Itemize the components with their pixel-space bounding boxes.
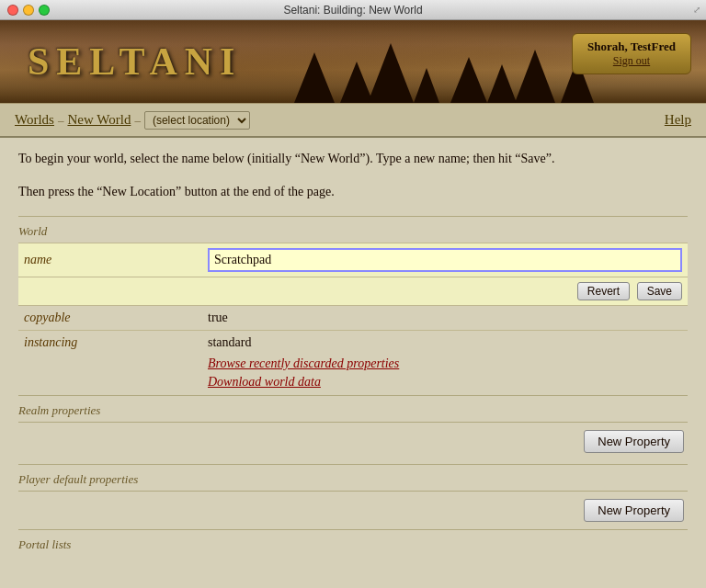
link-cell-empty	[18, 355, 202, 373]
help-link[interactable]: Help	[665, 112, 691, 128]
portal-section-header: Portal lists	[18, 529, 688, 556]
sign-out-link[interactable]: Sign out	[586, 54, 678, 68]
revert-button[interactable]: Revert	[577, 282, 630, 300]
name-input[interactable]	[208, 248, 682, 272]
browse-discarded-link[interactable]: Browse recently discarded properties	[208, 356, 399, 370]
world-section-header: World	[18, 217, 688, 243]
prop-label-name: name	[18, 243, 202, 277]
realm-section: Realm properties New Property	[18, 395, 688, 460]
prop-value-instancing: standard	[202, 330, 688, 355]
save-button[interactable]: Save	[637, 282, 682, 300]
prop-label-instancing: instancing	[18, 330, 202, 355]
realm-new-property-row: New Property	[18, 422, 688, 460]
breadcrumb: Worlds – New World – (select location)	[15, 111, 250, 130]
realm-new-property-button[interactable]: New Property	[584, 430, 684, 453]
table-row: copyable true	[18, 305, 688, 330]
prop-input-cell	[202, 243, 688, 277]
table-row: instancing standard	[18, 330, 688, 355]
close-button[interactable]	[7, 5, 18, 16]
player-new-property-row: New Property	[18, 491, 688, 529]
breadcrumb-sep1: –	[58, 113, 64, 128]
titlebar: Seltani: Building: New World ⤢	[0, 0, 706, 20]
link-cell2: Download world data	[202, 373, 688, 391]
world-properties-table: name Revert Save copyable true instancin…	[18, 243, 688, 391]
navbar: Worlds – New World – (select location) H…	[0, 103, 706, 138]
prop-value-copyable: true	[202, 305, 688, 330]
main-content: To begin your world, select the name bel…	[0, 138, 706, 588]
table-row: name	[18, 243, 688, 277]
window-title: Seltani: Building: New World	[283, 4, 422, 17]
link-cell: Browse recently discarded properties	[202, 355, 688, 373]
table-row: Revert Save	[18, 277, 688, 305]
intro-line2: Then press the “New Location” button at …	[18, 182, 688, 202]
breadcrumb-sep2: –	[134, 113, 141, 128]
player-new-property-button[interactable]: New Property	[584, 499, 684, 522]
breadcrumb-worlds-link[interactable]: Worlds	[15, 112, 54, 128]
player-section: Player default properties New Property	[18, 464, 688, 529]
user-name: Shorah, TestFred	[586, 40, 678, 54]
link-cell-empty2	[18, 373, 202, 391]
portal-section: Portal lists	[18, 529, 688, 556]
maximize-button[interactable]	[39, 5, 50, 16]
breadcrumb-location-dropdown[interactable]: (select location)	[144, 111, 250, 130]
table-row: Download world data	[18, 373, 688, 391]
download-world-link[interactable]: Download world data	[208, 375, 321, 389]
resize-icon[interactable]: ⤢	[693, 5, 700, 15]
intro-line1: To begin your world, select the name bel…	[18, 149, 688, 169]
minimize-button[interactable]	[23, 5, 34, 16]
table-row: Browse recently discarded properties	[18, 355, 688, 373]
prop-actions-cell: Revert Save	[18, 277, 688, 305]
logo: SELTANI	[0, 40, 242, 84]
user-badge: Shorah, TestFred Sign out	[572, 33, 691, 74]
header-banner: SELTANI Shorah, TestFred Sign out	[0, 20, 706, 103]
realm-section-header: Realm properties	[18, 396, 688, 422]
prop-label-copyable: copyable	[18, 305, 202, 330]
breadcrumb-world-link[interactable]: New World	[67, 112, 131, 128]
player-section-header: Player default properties	[18, 465, 688, 491]
window-controls[interactable]	[7, 5, 50, 16]
